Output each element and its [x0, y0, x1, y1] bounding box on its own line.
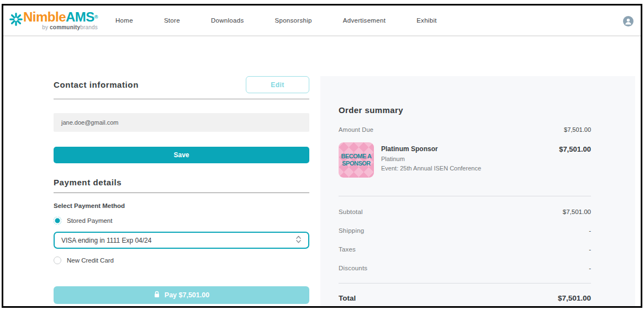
- shipping-row: Shipping -: [339, 227, 591, 234]
- user-avatar-icon[interactable]: [623, 16, 634, 26]
- stored-card-value: VISA ending in 1111 Exp 04/24: [61, 237, 151, 244]
- subtotal-label: Subtotal: [339, 209, 363, 215]
- total-row: Total $7,501.00: [339, 294, 591, 302]
- sponsor-product-image: BECOME A SPONSOR: [339, 142, 374, 178]
- new-credit-card-label: New Credit Card: [67, 257, 114, 264]
- stored-payment-option[interactable]: Stored Payment: [54, 217, 309, 225]
- contact-divider: [54, 99, 309, 99]
- subtotal-value: $7,501.00: [563, 209, 591, 215]
- pay-button-label: Pay $7,501.00: [165, 291, 209, 299]
- discounts-value: -: [589, 265, 591, 271]
- stored-card-select[interactable]: VISA ending in 1111 Exp 04/24: [54, 232, 309, 249]
- app-window: NimbleAMS® by communitybrands Home Store…: [2, 4, 642, 308]
- subtotal-row: Subtotal $7,501.00: [339, 209, 591, 215]
- email-field[interactable]: jane.doe@gmail.com: [54, 113, 309, 132]
- main-nav: Home Store Downloads Sponsorship Adverti…: [115, 17, 437, 24]
- new-credit-card-option[interactable]: New Credit Card: [54, 256, 309, 264]
- order-item-event: Event: 25th Annual ISEN Conference: [381, 165, 559, 172]
- order-item-price: $7,501.00: [559, 142, 591, 178]
- logo-text: NimbleAMS® by communitybrands: [23, 10, 98, 30]
- amount-due-value: $7,501.00: [564, 126, 591, 133]
- stored-payment-label: Stored Payment: [67, 217, 112, 224]
- shipping-label: Shipping: [339, 227, 364, 234]
- summary-divider-top: [339, 196, 591, 196]
- discounts-row: Discounts -: [339, 265, 591, 271]
- thumb-text-line1: BECOME A: [341, 153, 372, 160]
- select-payment-method-label: Select Payment Method: [54, 202, 309, 209]
- nav-item-downloads[interactable]: Downloads: [211, 17, 244, 24]
- order-summary-panel: Order summary Amount Due $7,501.00 BECOM…: [320, 76, 635, 306]
- pay-button[interactable]: Pay $7,501.00: [54, 286, 309, 304]
- nimbleams-logo[interactable]: NimbleAMS® by communitybrands: [9, 10, 98, 30]
- new-credit-card-radio[interactable]: [54, 256, 61, 264]
- total-label: Total: [339, 294, 356, 302]
- taxes-label: Taxes: [339, 246, 356, 253]
- save-button[interactable]: Save: [54, 147, 309, 163]
- summary-divider-bottom: [339, 283, 591, 284]
- order-item-name: Platinum Sponsor: [381, 145, 559, 153]
- payment-details-title: Payment details: [54, 178, 309, 193]
- order-item-info: Platinum Sponsor Platinum Event: 25th An…: [381, 142, 559, 178]
- select-chevrons-icon: [295, 235, 302, 246]
- order-summary-title: Order summary: [339, 105, 591, 115]
- nimble-asterisk-icon: [9, 12, 23, 29]
- checkout-column: Contact information Edit jane.doe@gmail.…: [54, 38, 309, 304]
- shipping-value: -: [589, 227, 591, 234]
- nav-item-exhibit[interactable]: Exhibit: [416, 17, 437, 24]
- nav-item-sponsorship[interactable]: Sponsorship: [275, 17, 312, 24]
- top-navigation-bar: NimbleAMS® by communitybrands Home Store…: [3, 6, 641, 36]
- page-content: Contact information Edit jane.doe@gmail.…: [3, 38, 641, 306]
- total-value: $7,501.00: [558, 294, 591, 302]
- amount-due-label: Amount Due: [339, 126, 373, 133]
- lock-icon: [154, 291, 160, 300]
- order-item-variant: Platinum: [381, 156, 559, 162]
- nav-item-advertisement[interactable]: Advertisement: [343, 17, 386, 24]
- nav-item-home[interactable]: Home: [115, 17, 133, 24]
- stored-payment-radio[interactable]: [54, 217, 61, 225]
- taxes-value: -: [589, 246, 591, 253]
- logo-byline: by communitybrands: [42, 24, 98, 30]
- nav-item-store[interactable]: Store: [164, 17, 180, 24]
- order-item-row: BECOME A SPONSOR Platinum Sponsor Platin…: [339, 142, 591, 178]
- contact-information-header: Contact information Edit: [54, 76, 309, 93]
- taxes-row: Taxes -: [339, 246, 591, 253]
- discounts-label: Discounts: [339, 265, 367, 271]
- logo-brand-text: NimbleAMS®: [23, 10, 98, 24]
- amount-due-row: Amount Due $7,501.00: [339, 126, 591, 133]
- contact-information-title: Contact information: [54, 80, 139, 89]
- edit-contact-button[interactable]: Edit: [246, 76, 309, 93]
- thumb-text-line2: SPONSOR: [342, 160, 371, 167]
